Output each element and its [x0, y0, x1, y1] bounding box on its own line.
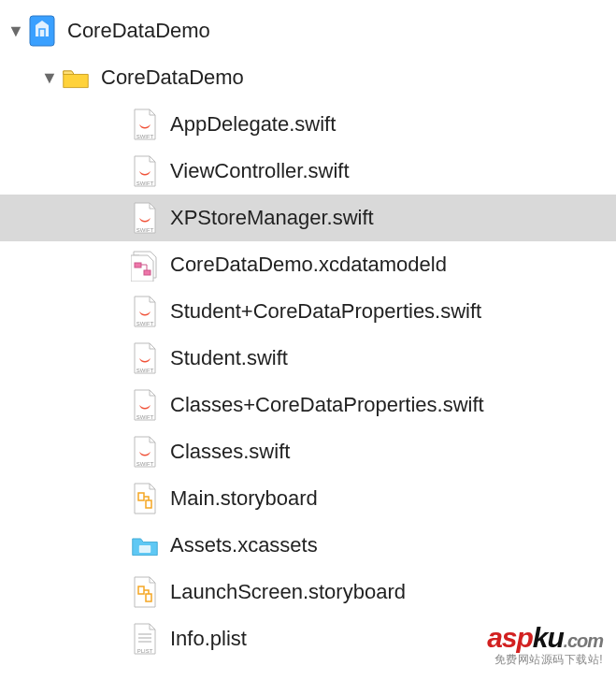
storyboard-icon [131, 482, 159, 515]
disclosure-triangle-icon[interactable]: ▼ [41, 68, 58, 88]
swift-file-icon: SWIFT [131, 388, 159, 422]
tree-label: AppDelegate.swift [170, 112, 336, 137]
watermark-brand: asp [487, 622, 533, 653]
svg-text:PLIST: PLIST [137, 648, 153, 654]
swift-file-icon: SWIFT [131, 295, 159, 328]
tree-label: Student+CoreDataProperties.swift [170, 299, 481, 324]
svg-rect-5 [144, 270, 150, 275]
tree-label: Classes+CoreDataProperties.swift [170, 393, 484, 417]
svg-text:SWIFT: SWIFT [136, 181, 154, 186]
tree-label: CoreDataDemo [101, 65, 244, 90]
watermark-brand: ku [533, 622, 564, 653]
tree-label: CoreDataDemo.xcdatamodeld [170, 253, 447, 277]
tree-label: Info.plist [170, 627, 247, 651]
tree-row-file[interactable]: ▼ Assets.xcassets [0, 522, 616, 569]
tree-label: Main.storyboard [170, 486, 318, 511]
watermark-tagline: 免费网站源码下载站! [487, 654, 603, 665]
svg-text:SWIFT: SWIFT [136, 414, 154, 420]
tree-row-file[interactable]: ▼ Main.storyboard [0, 475, 616, 522]
tree-row-file-selected[interactable]: ▼ SWIFT XPStoreManager.swift [0, 195, 616, 241]
tree-row-file[interactable]: ▼ SWIFT Classes+CoreDataProperties.swift [0, 382, 616, 428]
tree-row-project[interactable]: ▼ CoreDataDemo [0, 7, 616, 54]
swift-file-icon: SWIFT [131, 201, 159, 235]
swift-file-icon: SWIFT [131, 341, 159, 375]
swift-file-icon: SWIFT [131, 435, 159, 469]
datamodel-icon [131, 248, 159, 282]
plist-icon: PLIST [131, 622, 159, 656]
disclosure-triangle-icon[interactable]: ▼ [7, 22, 24, 41]
tree-row-file[interactable]: ▼ SWIFT Student+CoreDataProperties.swift [0, 288, 616, 335]
tree-label: CoreDataDemo [67, 19, 210, 43]
tree-row-file[interactable]: ▼ CoreDataDemo.xcdatamodeld [0, 241, 616, 288]
svg-text:SWIFT: SWIFT [136, 368, 154, 373]
svg-text:SWIFT: SWIFT [136, 227, 154, 233]
project-navigator[interactable]: ▼ CoreDataDemo ▼ CoreDataDemo ▼ SWIFT Ap… [0, 0, 616, 662]
tree-label: Student.swift [170, 346, 288, 370]
xcode-project-icon [28, 14, 56, 48]
tree-row-file[interactable]: ▼ SWIFT Classes.swift [0, 428, 616, 475]
tree-label: XPStoreManager.swift [170, 206, 374, 230]
svg-text:SWIFT: SWIFT [136, 321, 154, 326]
tree-row-file[interactable]: ▼ LaunchScreen.storyboard [0, 569, 616, 615]
tree-row-file[interactable]: ▼ SWIFT Student.swift [0, 335, 616, 382]
tree-label: LaunchScreen.storyboard [170, 580, 406, 604]
storyboard-icon [131, 575, 159, 609]
svg-text:SWIFT: SWIFT [136, 461, 154, 467]
tree-row-file[interactable]: ▼ SWIFT AppDelegate.swift [0, 101, 616, 148]
svg-rect-4 [135, 263, 141, 268]
watermark: aspku.com 免费网站源码下载站! [487, 624, 603, 665]
swift-file-icon: SWIFT [131, 108, 159, 141]
tree-row-file[interactable]: ▼ SWIFT ViewController.swift [0, 148, 616, 195]
tree-row-group[interactable]: ▼ CoreDataDemo [0, 54, 616, 101]
tree-label: Classes.swift [170, 440, 290, 464]
folder-icon [62, 61, 90, 94]
swift-file-icon: SWIFT [131, 154, 159, 188]
tree-label: Assets.xcassets [170, 533, 318, 557]
tree-label: ViewController.swift [170, 159, 350, 183]
svg-rect-12 [139, 545, 150, 553]
svg-text:SWIFT: SWIFT [136, 134, 154, 139]
assets-icon [131, 528, 159, 562]
